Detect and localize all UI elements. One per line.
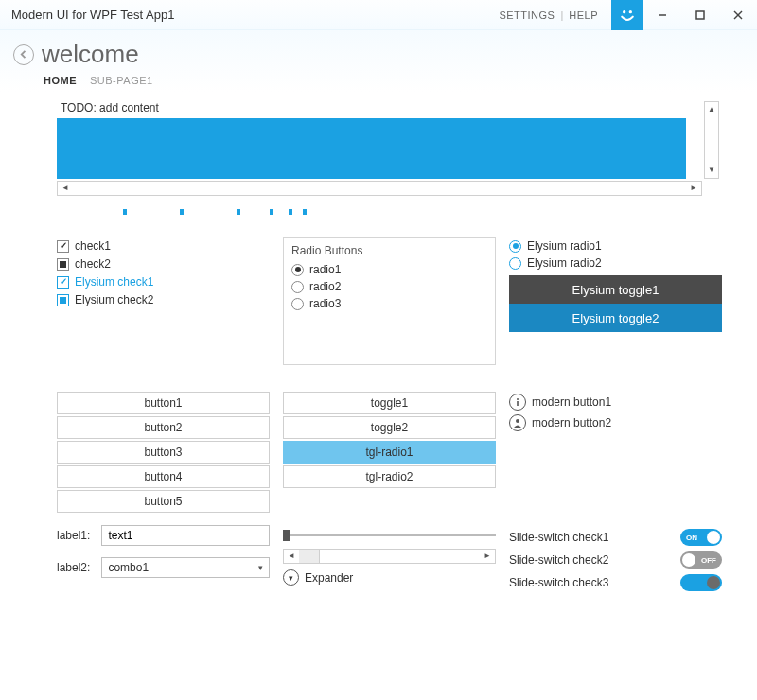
radio-icon [509, 257, 521, 270]
slider[interactable] [283, 526, 496, 545]
header-section: welcome HOME SUB-PAGE1 [0, 30, 757, 92]
scroll-track[interactable] [73, 182, 686, 195]
radio2-label: radio2 [309, 280, 341, 293]
checkbox-icon [57, 294, 69, 306]
modern-button2[interactable]: modern button2 [509, 412, 722, 433]
svg-point-8 [516, 419, 519, 423]
crumb-sub1[interactable]: SUB-PAGE1 [90, 75, 153, 86]
scroll-right-icon[interactable]: ► [480, 550, 495, 563]
button5[interactable]: button5 [57, 490, 270, 513]
scroll-left-icon[interactable]: ◄ [58, 182, 73, 195]
tgl-radio2[interactable]: tgl-radio2 [283, 465, 496, 488]
switch-knob [682, 553, 695, 567]
modern-button1-label: modern button1 [532, 395, 611, 409]
settings-link[interactable]: SETTINGS [493, 9, 560, 21]
scroll-right-icon[interactable]: ► [686, 182, 701, 195]
label1: label1: [57, 529, 94, 542]
feedback-smiley-icon[interactable] [611, 0, 643, 30]
elysium-radio1[interactable]: Elysium radio1 [509, 237, 722, 254]
modern-button1[interactable]: modern button1 [509, 392, 722, 412]
svg-rect-3 [696, 11, 704, 19]
elysium-check1[interactable]: Elysium check1 [57, 273, 270, 290]
info-icon [509, 394, 526, 411]
scroll-down-icon[interactable]: ▼ [705, 163, 718, 178]
back-button[interactable] [13, 44, 34, 65]
elysium-radio2[interactable]: Elysium radio2 [509, 254, 722, 271]
radio-icon [509, 240, 521, 253]
elysium-radio2-label: Elysium radio2 [527, 256, 602, 270]
close-button[interactable] [719, 0, 757, 30]
check2-label: check2 [75, 257, 111, 271]
switch2[interactable]: OFF [680, 551, 722, 569]
switch-knob [707, 576, 720, 589]
switch3-label: Slide-switch check3 [509, 576, 608, 589]
modern-button2-label: modern button2 [532, 416, 611, 429]
switch1[interactable]: ON [680, 529, 722, 546]
blue-banner-wrap: ▲ ▼ [57, 118, 719, 179]
tgl-radio1[interactable]: tgl-radio1 [283, 441, 496, 464]
progress-dots [57, 203, 719, 232]
switch-column: Slide-switch check1 ON Slide-switch chec… [509, 526, 722, 594]
elysium-check1-label: Elysium check1 [75, 275, 153, 289]
titlebar: Modern UI for WPF Test App1 SETTINGS | H… [0, 0, 757, 30]
elysium-check2[interactable]: Elysium check2 [57, 291, 270, 308]
switch-on-text: ON [686, 534, 697, 542]
switch-knob [707, 531, 720, 544]
combo1-dropdown[interactable]: combo1 ▾ [101, 557, 270, 578]
svg-rect-7 [517, 401, 519, 406]
radio3[interactable]: radio3 [291, 295, 487, 312]
text1-input[interactable] [101, 525, 270, 546]
svg-point-6 [517, 398, 519, 400]
svg-point-1 [629, 10, 632, 13]
elysium-radio1-label: Elysium radio1 [527, 239, 602, 253]
breadcrumb: HOME SUB-PAGE1 [44, 75, 744, 86]
radio2[interactable]: radio2 [291, 278, 487, 295]
combo1-value: combo1 [108, 561, 149, 574]
button1[interactable]: button1 [57, 392, 270, 414]
modern-button-column: modern button1 modern button2 [509, 392, 722, 513]
minimize-button[interactable] [643, 0, 681, 30]
slider-thumb[interactable] [283, 530, 290, 541]
switch2-label: Slide-switch check2 [509, 553, 608, 567]
scroll-up-icon[interactable]: ▲ [705, 102, 718, 117]
page-title: welcome [42, 40, 139, 69]
elysium-column: Elysium radio1 Elysium radio2 Elysium to… [509, 237, 722, 365]
check2[interactable]: check2 [57, 255, 270, 272]
expander[interactable]: ▾ Expander [283, 569, 496, 586]
mini-horizontal-scrollbar[interactable]: ◄ ► [283, 549, 496, 564]
person-icon [509, 414, 526, 431]
horizontal-scrollbar[interactable]: ◄ ► [57, 181, 702, 196]
crumb-home[interactable]: HOME [44, 75, 77, 86]
button2[interactable]: button2 [57, 416, 270, 439]
check1[interactable]: check1 [57, 237, 270, 254]
button4[interactable]: button4 [57, 465, 270, 488]
help-link[interactable]: HELP [563, 9, 604, 21]
scroll-track[interactable] [705, 117, 718, 163]
todo-label: TODO: add content [57, 101, 719, 114]
radio1[interactable]: radio1 [291, 261, 487, 278]
checkbox-icon [57, 258, 69, 271]
elysium-toggle1[interactable]: Elysium toggle1 [509, 275, 722, 304]
app-title: Modern UI for WPF Test App1 [11, 8, 174, 22]
scroll-left-icon[interactable]: ◄ [284, 550, 299, 563]
switch-off-text: OFF [701, 556, 716, 565]
switch1-label: Slide-switch check1 [509, 531, 608, 544]
scroll-track[interactable] [299, 550, 480, 563]
elysium-check2-label: Elysium check2 [75, 293, 153, 306]
radio-column: Radio Buttons radio1 radio2 radio3 [283, 237, 496, 365]
button3[interactable]: button3 [57, 441, 270, 464]
switch3[interactable] [680, 574, 722, 591]
toggle-column: toggle1 toggle2 tgl-radio1 tgl-radio2 [283, 392, 496, 513]
radio-icon [291, 281, 304, 293]
scroll-thumb[interactable] [299, 550, 320, 563]
label2: label2: [57, 561, 94, 574]
elysium-toggle2[interactable]: Elysium toggle2 [509, 304, 722, 332]
toggle1[interactable]: toggle1 [283, 392, 496, 414]
button-column: button1 button2 button3 button4 button5 [57, 392, 270, 513]
form-column: label1: label2: combo1 ▾ [57, 516, 270, 594]
radio-icon [291, 264, 304, 276]
radio3-label: radio3 [309, 297, 341, 310]
maximize-button[interactable] [681, 0, 719, 30]
toggle2[interactable]: toggle2 [283, 416, 496, 439]
vertical-scrollbar[interactable]: ▲ ▼ [704, 101, 719, 179]
